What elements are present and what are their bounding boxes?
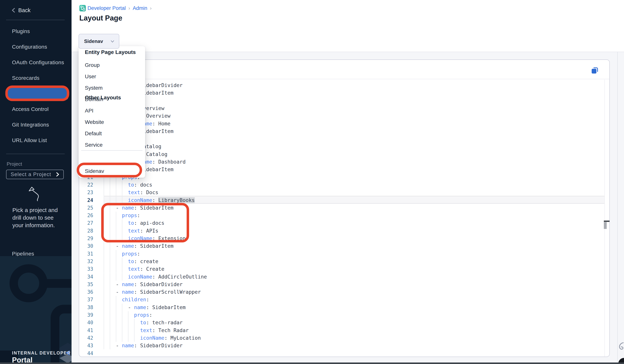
dropdown-divider — [81, 150, 142, 151]
select-project-label: Select a Project — [11, 172, 51, 178]
code-line-33[interactable]: 33 text: Create — [79, 265, 609, 273]
code-line-40[interactable]: 40 to: tech-radar — [79, 319, 609, 326]
line-number: 44 — [79, 350, 93, 357]
code-line-13[interactable]: 13 text: Overview — [79, 112, 609, 120]
code-line-26[interactable]: 26 props: — [79, 212, 609, 219]
line-number: 34 — [79, 273, 93, 281]
dropdown-item-user[interactable]: User — [78, 71, 145, 82]
copy-icon[interactable] — [591, 66, 599, 75]
code-line-32[interactable]: 32 to: create — [79, 258, 609, 265]
code-editor[interactable]: 9 - name: SidebarDivider10 - name: Sideb… — [79, 80, 609, 357]
code-line-41[interactable]: 41 text: Tech Radar — [79, 327, 609, 334]
code-line-9[interactable]: 9 - name: SidebarDivider — [79, 82, 609, 89]
code-line-36[interactable]: 36 - name: SidebarScrollWrapper — [79, 288, 609, 296]
code-line-37[interactable]: 37 children: — [79, 296, 609, 303]
chevron-left-icon — [11, 8, 16, 13]
breadcrumb-section[interactable]: Admin — [133, 5, 147, 11]
code-line-text: iconName: Extension — [98, 235, 186, 242]
layout-select-trigger[interactable]: Sidenav — [78, 34, 119, 49]
code-line-24[interactable]: 24 iconName: LibraryBooks — [79, 196, 609, 204]
code-line-10[interactable]: 10 - name: SidebarItem — [79, 89, 609, 97]
sidebar-item-url-allow-list[interactable]: URL Allow List — [0, 136, 72, 145]
code-line-16[interactable]: 16 props: — [79, 135, 609, 143]
code-line-44[interactable]: 44 — [79, 350, 609, 357]
code-line-28[interactable]: 28 text: APIs — [79, 227, 609, 235]
line-number: 37 — [79, 296, 93, 303]
code-line-20[interactable]: 20 - name: SidebarItem — [79, 166, 609, 173]
code-line-text: children: — [98, 296, 149, 303]
code-line-35[interactable]: 35 - name: SidebarDivider — [79, 281, 609, 288]
nav-selected-pill — [7, 88, 68, 100]
code-line-19[interactable]: 19 iconName: Dashboard — [79, 158, 609, 166]
project-section-label: Project — [7, 161, 22, 167]
page-header: Developer Portal › Admin › Layout Page — [72, 0, 624, 52]
sidebar-item-scorecards[interactable]: Scorecards — [0, 74, 72, 82]
code-line-text: text: Tech Radar — [98, 327, 189, 334]
code-line-25[interactable]: 25 - name: SidebarItem — [79, 204, 609, 212]
code-line-text: to: docs — [98, 181, 152, 189]
back-button[interactable]: Back — [0, 4, 72, 16]
brand-small: INTERNAL DEVELOPER — [12, 350, 71, 356]
code-line-text: props: — [98, 212, 140, 219]
code-line-43[interactable]: 43 - name: SidebarDivider — [79, 342, 609, 349]
developer-portal-logo-icon — [79, 5, 86, 11]
sidebar: Back PluginsConfigurationsOAuth Configur… — [0, 0, 72, 364]
code-line-text: - name: SidebarDivider — [98, 342, 183, 349]
code-line-22[interactable]: 22 to: docs — [79, 181, 609, 189]
dropdown-item-website[interactable]: Website — [78, 117, 145, 128]
code-line-29[interactable]: 29 iconName: Extension — [79, 235, 609, 242]
code-line-12[interactable]: 12 to: overview — [79, 105, 609, 112]
line-number: 25 — [79, 204, 93, 212]
code-line-14[interactable]: 14 iconName: Home — [79, 120, 609, 128]
dropdown-item-api[interactable]: API — [78, 105, 145, 116]
code-line-text: - name: SidebarItem — [98, 304, 186, 311]
line-number: 31 — [79, 250, 93, 258]
chevron-down-icon — [110, 39, 115, 44]
code-line-23[interactable]: 23 text: Docs — [79, 189, 609, 196]
breadcrumb-app[interactable]: Developer Portal — [87, 5, 126, 11]
hand-drawn-arrow-icon — [27, 185, 44, 202]
sidebar-item-configurations[interactable]: Configurations — [0, 43, 72, 51]
dropdown-item-system[interactable]: System — [78, 83, 145, 93]
code-line-18[interactable]: 18 text: Catalog — [79, 150, 609, 158]
code-line-42[interactable]: 42 iconName: MyLocation — [79, 334, 609, 342]
dropdown-item-group[interactable]: Group — [78, 60, 145, 70]
code-line-text: iconName: LibraryBooks — [98, 196, 195, 204]
layout-select-value: Sidenav — [84, 38, 103, 44]
layout-page-app: Back PluginsConfigurationsOAuth Configur… — [0, 0, 624, 364]
line-number: 27 — [79, 219, 93, 227]
dropdown-item-default[interactable]: Default — [78, 128, 145, 139]
code-line-39[interactable]: 39 props: — [79, 311, 609, 319]
code-line-17[interactable]: 17 to: catalog — [79, 143, 609, 150]
sidebar-item-access-control[interactable]: Access Control — [0, 105, 72, 114]
code-line-34[interactable]: 34 iconName: AddCircleOutline — [79, 273, 609, 281]
sidebar-item-git-integrations[interactable]: Git Integrations — [0, 121, 72, 129]
dropdown-item-service[interactable]: Service — [78, 140, 145, 150]
line-number: 41 — [79, 327, 93, 334]
editor-scroll-track — [604, 80, 605, 357]
code-line-31[interactable]: 31 props: — [79, 250, 609, 258]
code-line-15[interactable]: 15 - name: SidebarItem — [79, 128, 609, 135]
dropdown-item-sidenav[interactable]: Sidenav — [78, 166, 145, 177]
code-line-text: - name: SidebarDivider — [98, 281, 183, 288]
code-line-11[interactable]: 11 props: — [79, 97, 609, 105]
sidebar-item-oauth-configurations[interactable]: OAuth Configurations — [0, 58, 72, 67]
select-project-button[interactable]: Select a Project — [6, 170, 64, 179]
code-line-27[interactable]: 27 to: api-docs — [79, 219, 609, 227]
dropdown-item-domain[interactable]: Domain — [78, 94, 145, 105]
line-number: 33 — [79, 265, 93, 273]
chevron-right-icon — [56, 172, 59, 177]
code-line-21[interactable]: 21 props: — [79, 173, 609, 181]
sidebar-item-plugins[interactable]: Plugins — [0, 27, 72, 36]
scroll-gutter-border — [617, 0, 618, 364]
line-number: 23 — [79, 189, 93, 196]
code-line-30[interactable]: 30 - name: SidebarItem — [79, 242, 609, 250]
code-line-38[interactable]: 38 - name: SidebarItem — [79, 304, 609, 311]
window-bottom-edge — [0, 363, 624, 364]
code-line-text: props: — [98, 311, 152, 319]
line-number: 38 — [79, 304, 93, 311]
editor-scroll-mark — [604, 221, 610, 222]
line-number: 29 — [79, 235, 93, 242]
editor-scrollbar-thumb[interactable] — [604, 222, 607, 229]
code-line-text: to: api-docs — [98, 219, 164, 227]
